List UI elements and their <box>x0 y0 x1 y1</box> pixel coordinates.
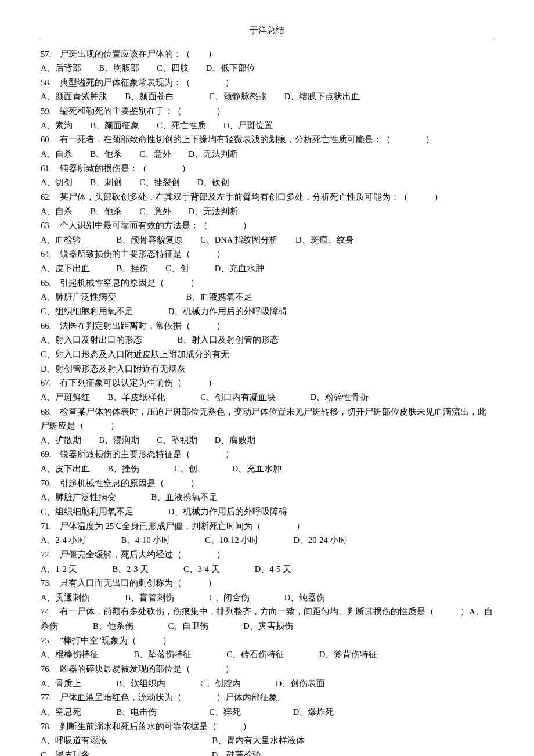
options: A、射入口及射出口的形态 B、射入口及射创管的形态 C、射入口形态及入口附近皮肤… <box>41 333 493 376</box>
question: 69. 锐器所致损伤的主要形态特征是（ ） <box>41 447 493 462</box>
question: 77. 尸体血液呈暗红色，流动状为（ ）尸体内部征象。 <box>41 690 493 705</box>
options: A、棍棒伤特征 B、坠落伤特征 C、砖石伤特征 D、斧背伤特征 <box>41 647 493 662</box>
options: A、肺脏广泛性病变 B、血液携氧不足 C、组织细胞利用氧不足 D、机械力作用后的… <box>41 490 493 519</box>
options: A、尸斑鲜红 B、羊皮纸样化 C、创口内有凝血块 D、粉碎性骨折 <box>41 390 493 405</box>
question: 65. 引起机械性窒息的原因是（ ） <box>41 276 493 290</box>
question: 57. 尸斑出现的位置应该在尸体的：（ ） <box>41 47 493 62</box>
options: A、扩散期 B、浸润期 C、坠积期 D、腐败期 <box>41 433 493 448</box>
question: 75. "棒打中空"现象为（ ） <box>41 633 493 648</box>
question: 64. 锐器所致损伤的主要形态特征是（ ） <box>41 247 493 261</box>
question: 76. 凶器的碎块最易被发现的部位是（ ） <box>41 662 493 676</box>
question: 72. 尸僵完全缓解，死后大约经过（ ） <box>41 548 493 562</box>
options: A、皮下出血 B、挫伤 C、创 D、充血水肿 <box>41 462 493 476</box>
options: A、切创 B、刺创 C、挫裂创 D、砍创 <box>41 175 493 190</box>
options: A、后背部 B、胸腹部 C、四肢 D、低下部位 <box>41 61 493 75</box>
options: A、自杀 B、他杀 C、意外 D、无法判断 <box>41 204 493 219</box>
options: A、血检验 B、颅骨容貌复原 C、DNA 指纹图分析 D、斑痕、纹身 <box>41 233 493 247</box>
options: A、索沟 B、颜面征象 C、死亡性质 D、尸斑位置 <box>41 118 493 133</box>
question: 78. 判断生前溺水和死后落水的可靠依据是（ ） <box>41 719 493 734</box>
header-rule <box>41 41 493 41</box>
question: 66. 法医在判定射出距离时，常依据（ ） <box>41 319 493 333</box>
options: A、自杀 B、他杀 C、意外 D、无法判断 <box>41 147 493 161</box>
options: A、2-4 小时 B、4-10 小时 C、10-12 小时 D、20-24 小时 <box>41 533 493 548</box>
options: A、呼吸道有溺液 B、胃内有大量水样液体 C、浸皮现象 D、硅藻检验 <box>41 733 493 756</box>
question: 63. 个人识别中最可靠而有效的方法是：（ ） <box>41 218 493 233</box>
question: 59. 缢死和勒死的主要鉴别在于：（ ） <box>41 104 493 118</box>
options: A、骨质上 B、软组织内 C、创腔内 D、创伤表面 <box>41 676 493 691</box>
question: 74. 有一尸体，前额有多处砍伤，伤痕集中，排列整齐，方向一致，间距匀均。判断其… <box>41 604 493 633</box>
page-header: 于洋总结 <box>41 23 493 38</box>
question: 62. 某尸体，头部砍创多处，在其双手背部及左手前臂均有创口多处，分析死亡性质可… <box>41 190 493 204</box>
options: A、皮下出血 B、挫伤 C、创 D、充血水肿 <box>41 261 493 276</box>
question: 58. 典型缢死的尸体征象常表现为：（ ） <box>41 75 493 90</box>
question: 71. 尸体温度为 25℃全身已形成尸僵，判断死亡时间为（ ） <box>41 519 493 534</box>
options: A、颜面青紫肿胀 B、颜面苍白 C、颈静脉怒张 D、结膜下点状出血 <box>41 89 493 104</box>
options: A、贯通刺伤 B、盲管刺伤 C、闭合伤 D、钝器伤 <box>41 591 493 605</box>
options: A、窒息死 B、电击伤 C、猝死 D、爆炸死 <box>41 705 493 719</box>
options: A、1-2 天 B、2-3 天 C、3-4 天 D、4-5 天 <box>41 562 493 577</box>
question: 61. 钝器所致的损伤是：（ ） <box>41 161 493 176</box>
question: 67. 有下列征象可以认定为生前伤（ ） <box>41 376 493 390</box>
options: A、肺脏广泛性病变 B、血液携氧不足 C、组织细胞利用氧不足 D、机械力作用后的… <box>41 290 493 318</box>
question: 68. 检查某尸体的体表时，压迫尸斑部位无褪色，变动尸体位置未见尸斑转移，切开尸… <box>41 405 493 433</box>
question: 73. 只有入口而无出口的刺创称为（ ） <box>41 576 493 591</box>
question: 70. 引起机械性窒息的原因是（ ） <box>41 476 493 491</box>
question: 60. 有一死者，在颈部致命性切创的上下缘均有轻微表浅的划痕，分析死亡性质可能是… <box>41 132 493 147</box>
question-list: 57. 尸斑出现的位置应该在尸体的：（ ）A、后背部 B、胸腹部 C、四肢 D、… <box>41 47 493 757</box>
